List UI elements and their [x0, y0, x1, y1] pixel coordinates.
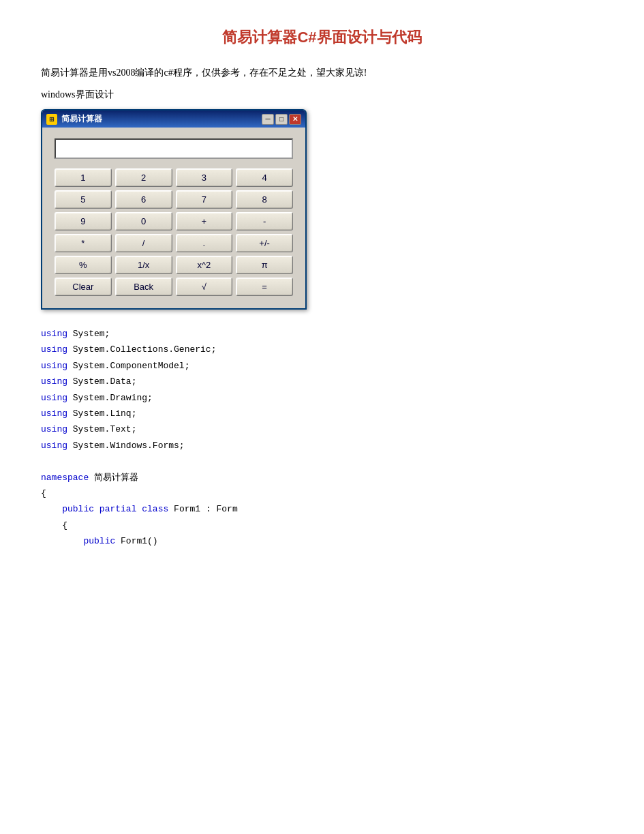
- clear-button[interactable]: Clear: [55, 278, 112, 296]
- button-1[interactable]: 1: [55, 168, 112, 187]
- code-block: using System; using System.Collections.G…: [41, 326, 603, 549]
- code-line: using System.Drawing;: [41, 390, 603, 406]
- button-6[interactable]: 6: [115, 190, 172, 209]
- button-4[interactable]: 4: [236, 168, 293, 187]
- page-title: 简易计算器C#界面设计与代码: [41, 27, 603, 48]
- code-line: using System.Data;: [41, 374, 603, 389]
- button-negate[interactable]: +/-: [236, 234, 293, 252]
- code-line: using System.ComponentModel;: [41, 358, 603, 374]
- titlebar: ⊞ 简易计算器 ─ □ ✕: [42, 110, 305, 128]
- code-line: public partial class Form1 : Form: [41, 501, 603, 517]
- button-percent[interactable]: %: [55, 256, 112, 274]
- button-3[interactable]: 3: [176, 168, 233, 187]
- back-button[interactable]: Back: [115, 278, 172, 296]
- code-line: public Form1(): [41, 533, 603, 549]
- section-label: windows界面设计: [41, 89, 603, 101]
- button-5[interactable]: 5: [55, 190, 112, 209]
- code-line: {: [41, 486, 603, 501]
- button-divide[interactable]: /: [115, 234, 172, 252]
- button-7[interactable]: 7: [176, 190, 233, 209]
- code-line: namespace 简易计算器: [41, 470, 603, 486]
- titlebar-title: 简易计算器: [61, 113, 262, 125]
- intro-text: 简易计算器是用vs2008编译的c#程序，仅供参考，存在不足之处，望大家见谅!: [41, 67, 603, 79]
- button-reciprocal[interactable]: 1/x: [115, 256, 172, 274]
- code-line: using System.Collections.Generic;: [41, 342, 603, 357]
- button-9[interactable]: 9: [55, 212, 112, 230]
- button-pi[interactable]: π: [236, 256, 293, 274]
- close-button[interactable]: ✕: [289, 114, 301, 125]
- button-equals[interactable]: =: [236, 278, 293, 296]
- calculator-display: [55, 138, 293, 159]
- code-line: using System.Linq;: [41, 406, 603, 421]
- button-square[interactable]: x^2: [176, 256, 233, 274]
- button-sqrt[interactable]: √: [176, 278, 233, 296]
- calculator-window: ⊞ 简易计算器 ─ □ ✕ 1 2 3 4 5 6 7 8 9 0 + - *: [41, 109, 307, 310]
- titlebar-icon: ⊞: [46, 114, 57, 125]
- maximize-button[interactable]: □: [275, 114, 288, 125]
- code-line: {: [41, 518, 603, 533]
- calculator-grid: 1 2 3 4 5 6 7 8 9 0 + - * / . +/- % 1/x …: [55, 168, 293, 296]
- code-line: using System.Text;: [41, 421, 603, 437]
- button-multiply[interactable]: *: [55, 234, 112, 252]
- button-minus[interactable]: -: [236, 212, 293, 230]
- button-decimal[interactable]: .: [176, 234, 233, 252]
- minimize-button[interactable]: ─: [262, 114, 274, 125]
- code-line: using System.Windows.Forms;: [41, 438, 603, 453]
- code-line: using System;: [41, 326, 603, 342]
- window-controls: ─ □ ✕: [262, 114, 301, 125]
- code-line: [41, 453, 603, 469]
- button-plus[interactable]: +: [176, 212, 233, 230]
- button-8[interactable]: 8: [236, 190, 293, 209]
- button-2[interactable]: 2: [115, 168, 172, 187]
- button-0[interactable]: 0: [115, 212, 172, 230]
- calculator-body: 1 2 3 4 5 6 7 8 9 0 + - * / . +/- % 1/x …: [42, 128, 305, 308]
